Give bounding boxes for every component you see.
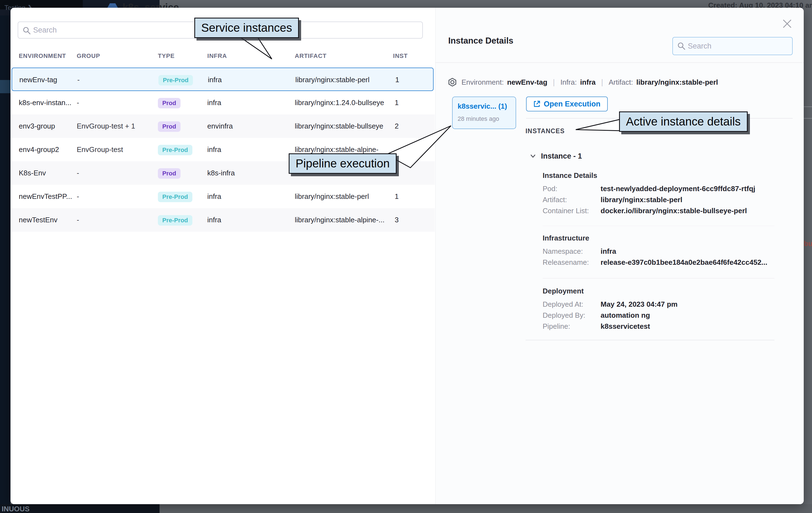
artifact-label: Artifact: (609, 78, 633, 87)
cell-infra: infra (207, 208, 290, 232)
detail-section: DeploymentDeployed At:May 24, 2023 04:47… (543, 286, 785, 332)
cell-infra: k8s-infra (207, 161, 290, 185)
pipeline-execution-card[interactable]: k8sservic... (1) 28 minutes ago (452, 96, 516, 129)
execution-time: 28 minutes ago (458, 115, 499, 122)
chevron-down-icon (529, 153, 536, 160)
callout-active-instance-details: Active instance details (619, 112, 748, 132)
env-type-badge: Pre-Prod (158, 75, 193, 86)
panel-title: Instance Details (448, 36, 513, 46)
env-type-badge: Pre-Prod (158, 215, 192, 225)
col-header-group: GROUP (77, 52, 100, 60)
detail-value: test-newlyadded-deployment-6cc9ffdc87-rt… (601, 183, 755, 194)
cell-environment: K8s-Env (19, 161, 74, 185)
table-row[interactable]: newEnv-tag-Pre-Prodinfralibrary/nginx:st… (11, 67, 434, 91)
cell-inst: 1 (395, 185, 417, 208)
cell-group: EnvGroup-test + 1 (77, 115, 155, 138)
environment-icon (448, 78, 457, 87)
open-execution-label: Open Execution (544, 100, 601, 109)
section-heading: Instance Details (543, 171, 785, 180)
detail-row: Pod:test-newlyadded-deployment-6cc9ffdc8… (543, 183, 785, 194)
cell-environment: env4-group2 (19, 138, 74, 161)
instance-title: Instance - 1 (541, 152, 582, 160)
detail-label: Artifact: (543, 194, 601, 205)
cell-artifact: library/nginx:stable-perl (295, 185, 390, 208)
cell-artifact: library/nginx:stable-alpine-... (295, 208, 390, 232)
environment-value: newEnv-tag (507, 78, 547, 87)
detail-section: InfrastructureNamespace:infraReleasename… (543, 233, 785, 268)
detail-value: May 24, 2023 04:47 pm (601, 299, 677, 310)
open-execution-button[interactable]: Open Execution (526, 96, 608, 112)
cell-environment: newEnvTestPP... (19, 185, 74, 208)
cell-type: Prod (158, 161, 206, 185)
col-header-artifact: ARTIFACT (295, 52, 326, 60)
detail-value: infra (601, 246, 616, 257)
cell-artifact: library/nginx:1.24.0-bullseye (295, 91, 390, 115)
cell-group: - (77, 68, 156, 92)
cell-environment: newTestEnv (19, 208, 74, 232)
detail-row: Deployed By:automation ng (543, 310, 785, 321)
instance-search-box (672, 37, 793, 55)
service-instances-modal: ENVIRONMENT GROUP TYPE INFRA ARTIFACT IN… (10, 8, 804, 504)
cell-infra: envinfra (207, 115, 290, 138)
detail-label: Deployed By: (543, 310, 601, 321)
cell-type: Pre-Prod (158, 208, 206, 232)
cell-inst: 1 (395, 91, 417, 115)
search-icon (23, 27, 31, 35)
cell-inst: 1 (395, 68, 417, 92)
cell-inst (395, 138, 417, 161)
divider (543, 225, 775, 226)
instance-summary-bar: Environment: newEnv-tag | Infra: infra |… (448, 77, 718, 88)
cell-environment: k8s-env-instan... (19, 91, 74, 115)
detail-label: Pipeline: (543, 321, 601, 332)
cell-group: - (77, 161, 155, 185)
environment-label: Environment: (462, 78, 504, 87)
col-header-type: TYPE (158, 52, 175, 60)
sidebar-module-label: INUOUS (2, 505, 30, 513)
cell-type: Pre-Prod (158, 68, 207, 92)
instance-details-pane: Instance Details Environment: newEnv-tag… (435, 8, 804, 504)
cell-type: Pre-Prod (158, 138, 206, 161)
detail-label: Pod: (543, 183, 601, 194)
execution-name: k8sservic... (1) (458, 102, 507, 111)
env-type-badge: Pre-Prod (158, 145, 192, 155)
env-type-badge: Prod (158, 168, 180, 179)
env-type-badge: Prod (158, 98, 180, 109)
detail-row: Pipeline:k8sservicetest (543, 321, 785, 332)
cell-inst: 2 (395, 115, 417, 138)
instance-accordion-header[interactable]: Instance - 1 (529, 151, 582, 161)
cell-infra: infra (207, 185, 290, 208)
cell-environment: newEnv-tag (19, 68, 74, 92)
nav-sidebar-active-item (0, 80, 10, 93)
section-heading: Deployment (543, 286, 785, 296)
cell-group: - (77, 91, 155, 115)
detail-value: release-e397c0b1bee184a0e2bae64f6fe42cc4… (601, 257, 767, 268)
env-type-badge: Pre-Prod (158, 192, 192, 202)
artifact-value: library/nginx:stable-perl (636, 78, 718, 87)
callout-service-instances: Service instances (194, 18, 299, 38)
cell-type: Prod (158, 115, 206, 138)
cell-environment: env3-group (19, 115, 74, 138)
callout-pipeline-execution: Pipeline execution (289, 153, 397, 174)
close-icon[interactable] (781, 18, 793, 30)
detail-label: Namespace: (543, 246, 601, 257)
detail-row: Artifact:library/nginx:stable-perl (543, 194, 785, 205)
divider (525, 340, 775, 340)
col-header-infra: INFRA (207, 52, 227, 60)
detail-row: Releasename:release-e397c0b1bee184a0e2ba… (543, 257, 785, 268)
detail-label: Releasename: (543, 257, 601, 268)
detail-row: Container List:docker.io/library/nginx:s… (543, 205, 785, 216)
divider (543, 278, 775, 278)
cell-inst (395, 161, 417, 185)
cell-infra: infra (207, 91, 290, 115)
instance-search-input[interactable] (688, 37, 790, 55)
table-row[interactable]: k8s-env-instan...-Prodinfralibrary/nginx… (10, 91, 435, 115)
table-row[interactable]: newTestEnv-Pre-Prodinfralibrary/nginx:st… (10, 208, 435, 232)
cell-artifact: library/nginx:stable-perl (295, 68, 390, 92)
instances-table-pane: ENVIRONMENT GROUP TYPE INFRA ARTIFACT IN… (10, 8, 435, 504)
background-text-fragment: bu (804, 239, 812, 248)
table-row[interactable]: env3-groupEnvGroup-test + 1Prodenvinfral… (10, 115, 435, 138)
infra-label: Infra: (560, 78, 577, 87)
detail-value: automation ng (601, 310, 650, 321)
table-row[interactable]: newEnvTestPP...-Pre-Prodinfralibrary/ngi… (10, 185, 435, 208)
cell-group: EnvGroup-test (77, 138, 155, 161)
